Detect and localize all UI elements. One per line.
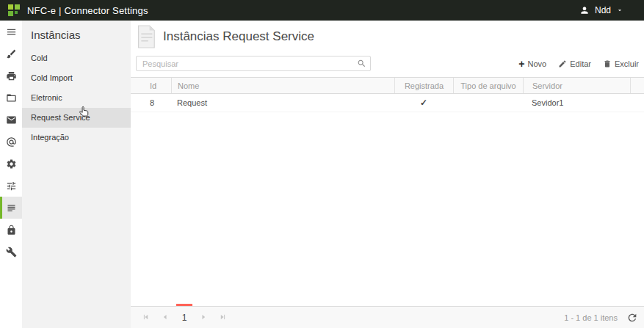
pager-last-button[interactable] — [213, 307, 232, 328]
trash-icon — [603, 59, 612, 68]
delete-button-label: Excluir — [615, 59, 639, 68]
menu-icon — [6, 26, 17, 37]
column-header-servidor[interactable]: Servidor — [523, 78, 630, 93]
pager-right: 1 - 1 de 1 itens — [564, 312, 638, 324]
printer-icon — [6, 70, 17, 81]
app-logo-icon — [7, 4, 21, 17]
sidebar-item-integracao[interactable]: Integração — [22, 128, 131, 147]
rail-item-at[interactable] — [0, 131, 22, 153]
column-header-tipo-de-arquivo[interactable]: Tipo de arquivo — [453, 78, 523, 93]
brush-icon — [6, 48, 17, 59]
rail-item-sliders[interactable] — [0, 175, 22, 197]
wrench-icon — [6, 247, 17, 258]
mail-icon — [6, 114, 17, 125]
app-window: NFC-e | Connector Settings Ndd — [0, 0, 644, 328]
sidebar-item-cold-import[interactable]: Cold Import — [22, 68, 131, 88]
pager-next-button[interactable] — [194, 307, 213, 328]
pager: 1 1 - 1 de 1 itens — [131, 306, 644, 328]
edit-button[interactable]: Editar — [558, 59, 591, 68]
pager-page-1[interactable]: 1 — [175, 307, 194, 328]
cell-nome: Request — [171, 94, 394, 112]
instances-panel: Instâncias Cold Cold Import Eletronic Re… — [22, 21, 131, 328]
toolbar-actions: + Novo Editar Excluir — [518, 59, 639, 68]
rail-item-settings[interactable] — [0, 153, 22, 175]
pager-first-button[interactable] — [137, 307, 156, 328]
new-button[interactable]: + Novo — [518, 59, 546, 68]
column-header-filler — [630, 78, 644, 93]
icon-sidebar — [0, 21, 22, 328]
rail-item-brush[interactable] — [0, 43, 22, 65]
main-header: Instâncias Request Service — [131, 21, 644, 53]
pager-prev-button[interactable] — [156, 307, 175, 328]
sidebar-item-eletronic[interactable]: Eletronic — [22, 88, 131, 108]
search-box — [136, 56, 371, 71]
edit-button-label: Editar — [570, 59, 591, 68]
sidebar-item-request-service[interactable]: Request Service — [22, 108, 131, 128]
gear-icon — [6, 158, 17, 170]
registered-check-icon: ✓ — [394, 94, 453, 112]
search-input[interactable] — [136, 56, 371, 71]
plus-icon: + — [518, 59, 524, 68]
rail-item-instances[interactable] — [0, 197, 22, 219]
rail-item-tools[interactable] — [0, 241, 22, 263]
pager-first-icon — [142, 312, 150, 323]
sliders-icon — [6, 181, 17, 192]
rail-item-menu[interactable] — [0, 21, 22, 43]
cell-servidor: Sevidor1 — [523, 94, 630, 112]
column-header-nome[interactable]: Nome — [171, 78, 394, 93]
refresh-icon — [626, 312, 638, 324]
pager-last-icon — [219, 312, 226, 323]
refresh-button[interactable] — [626, 312, 638, 324]
page-title: Instâncias Request Service — [163, 29, 314, 44]
at-icon — [6, 136, 17, 147]
panel-title: Instâncias — [22, 21, 131, 48]
sidebar-item-cold[interactable]: Cold — [22, 48, 131, 68]
table-body: 8 Request ✓ Sevidor1 — [131, 94, 644, 306]
pager-info: 1 - 1 de 1 itens — [564, 313, 618, 322]
lock-icon — [6, 225, 17, 236]
document-icon — [134, 24, 157, 49]
column-header-registrada[interactable]: Registrada — [394, 78, 453, 93]
rail-item-folder[interactable] — [0, 87, 22, 109]
user-menu[interactable]: Ndd — [579, 5, 623, 15]
topbar: NFC-e | Connector Settings Ndd — [0, 0, 644, 21]
pager-prev-icon — [162, 312, 169, 323]
cell-id: 8 — [131, 94, 171, 112]
grid-toolbar: + Novo Editar Excluir — [131, 53, 644, 77]
main-content: Instâncias Request Service + Novo — [131, 21, 644, 328]
edit-icon — [558, 59, 567, 68]
cell-tipo-de-arquivo — [453, 94, 523, 112]
user-icon — [579, 5, 590, 15]
folder-icon — [6, 92, 17, 103]
pager-next-icon — [200, 312, 207, 323]
table-header: Id Nome Registrada Tipo de arquivo Servi… — [131, 77, 644, 94]
new-button-label: Novo — [528, 59, 547, 68]
list-icon — [6, 203, 17, 214]
table-row[interactable]: 8 Request ✓ Sevidor1 — [131, 94, 644, 112]
search-icon[interactable] — [357, 59, 366, 68]
rail-item-printer[interactable] — [0, 65, 22, 87]
app-title: NFC-e | Connector Settings — [27, 5, 148, 16]
rail-item-mail[interactable] — [0, 109, 22, 131]
rail-item-security[interactable] — [0, 219, 22, 241]
column-header-id[interactable]: Id — [131, 78, 171, 93]
delete-button[interactable]: Excluir — [603, 59, 639, 68]
user-name: Ndd — [595, 5, 611, 15]
chevron-down-icon — [616, 7, 623, 14]
